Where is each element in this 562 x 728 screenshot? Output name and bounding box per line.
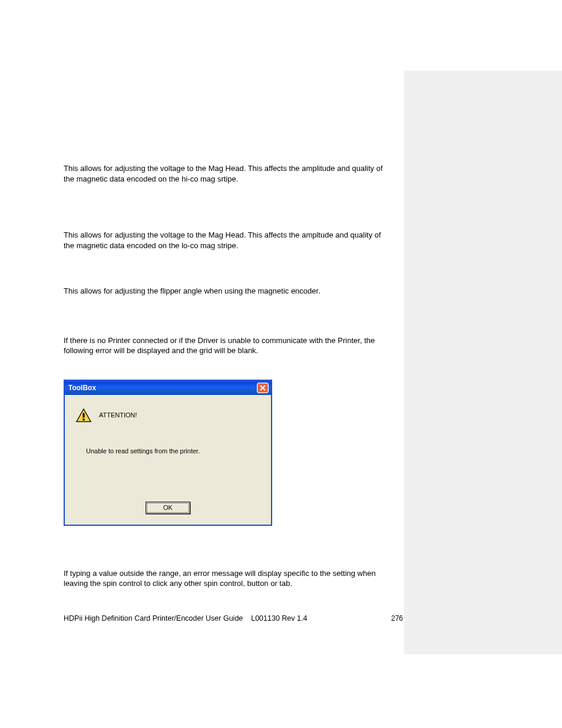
svg-rect-0 — [82, 413, 84, 417]
footer-doc-title: HDPii High Definition Card Printer/Encod… — [64, 614, 243, 622]
footer-doc-info: HDPii High Definition Card Printer/Encod… — [64, 614, 307, 622]
dialog-body: ATTENTION! Unable to read settings from … — [65, 395, 271, 525]
page-footer: HDPii High Definition Card Printer/Encod… — [64, 614, 403, 622]
warning-icon — [75, 408, 92, 423]
paragraph-hi-co: This allows for adjusting the voltage to… — [64, 163, 394, 184]
toolbox-dialog: ToolBox ATTENTION! Unable to read settin… — [64, 380, 272, 526]
dialog-title: ToolBox — [68, 383, 96, 393]
paragraph-flipper: This allows for adjusting the flipper an… — [64, 286, 394, 297]
footer-doc-rev: L001130 Rev 1.4 — [251, 614, 307, 622]
paragraph-out-of-range: If typing a value outside the range, an … — [64, 568, 394, 589]
close-button[interactable] — [257, 383, 269, 393]
dialog-titlebar[interactable]: ToolBox — [65, 381, 271, 395]
svg-rect-1 — [82, 419, 84, 420]
right-margin-strip — [404, 71, 562, 654]
page-content: This allows for adjusting the voltage to… — [64, 163, 394, 598]
close-icon — [259, 384, 266, 391]
attention-label: ATTENTION! — [99, 411, 137, 420]
dialog-message: Unable to read settings from the printer… — [86, 447, 260, 456]
paragraph-lo-co: This allows for adjusting the voltage to… — [64, 230, 394, 251]
ok-button[interactable]: OK — [146, 502, 190, 514]
attention-row: ATTENTION! — [75, 408, 260, 423]
paragraph-no-printer: If there is no Printer connected or if t… — [64, 335, 394, 356]
page-number: 276 — [391, 614, 403, 622]
